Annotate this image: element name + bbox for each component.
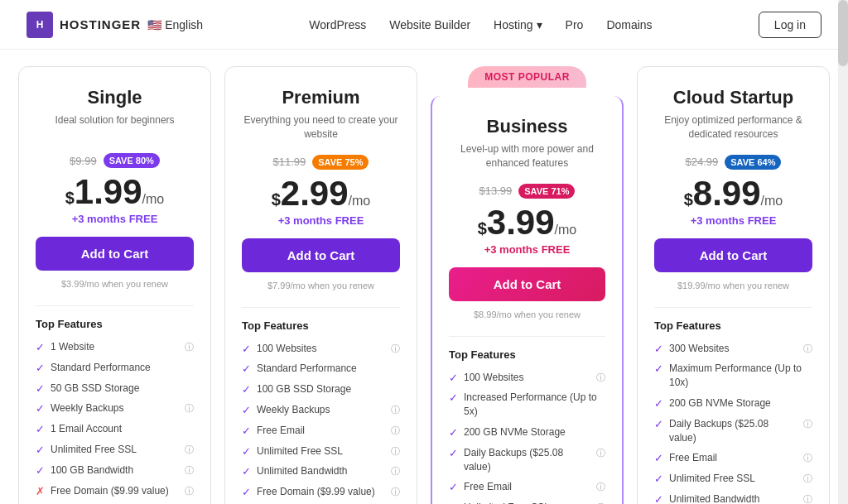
save-badge: SAVE 71% [518, 184, 575, 199]
original-price: $13.99 [479, 185, 513, 197]
feature-text: 1 Email Account [51, 422, 194, 436]
scrollbar-thumb[interactable] [838, 0, 848, 66]
add-to-cart-button-cloud-startup[interactable]: Add to Cart [654, 238, 812, 272]
info-icon[interactable]: ⓘ [185, 444, 194, 456]
info-icon[interactable]: ⓘ [185, 402, 194, 415]
info-icon[interactable]: ⓘ [391, 343, 400, 355]
info-icon[interactable]: ⓘ [596, 481, 605, 493]
feature-item: ✓ Free Email ⓘ [242, 424, 400, 438]
info-icon[interactable]: ⓘ [803, 493, 812, 504]
feature-text: Weekly Backups [51, 401, 179, 415]
feature-item: ✓ Unlimited Free SSL ⓘ [242, 444, 400, 458]
feature-check-icon: ✓ [654, 418, 663, 430]
info-icon[interactable]: ⓘ [391, 486, 400, 498]
add-to-cart-button-business[interactable]: Add to Cart [449, 267, 605, 301]
nav-wordpress[interactable]: WordPress [309, 18, 366, 31]
feature-item: ✓ Weekly Backups ⓘ [242, 403, 400, 417]
plan-card-wrapper-cloud-startup: Cloud Startup Enjoy optimized performanc… [637, 66, 830, 504]
feature-text: 1 Website [51, 340, 179, 354]
feature-item: ✓ Free Domain ($9.99 value) ⓘ [242, 485, 400, 499]
feature-check-icon: ✓ [36, 341, 45, 353]
price-mo: /mo [761, 194, 783, 209]
language-selector[interactable]: 🇺🇸 English [147, 18, 203, 31]
feature-item: ✓ Unlimited Bandwidth ⓘ [654, 492, 812, 504]
feature-text: Unlimited Free SSL [257, 444, 385, 458]
feature-check-icon: ✓ [654, 362, 663, 375]
price-header: $11.99 SAVE 75% [242, 155, 400, 170]
save-badge: SAVE 80% [104, 153, 160, 168]
feature-check-icon: ✓ [654, 473, 663, 485]
feature-text: 50 GB SSD Storage [51, 382, 194, 396]
feature-text: Free Email [464, 480, 590, 494]
feature-item: ✓ Unlimited Free SSL ⓘ [449, 501, 605, 504]
feature-text: Unlimited Bandwidth [257, 464, 385, 478]
feature-text: 200 GB NVMe Storage [669, 396, 812, 410]
nav-website-builder[interactable]: Website Builder [389, 18, 470, 31]
info-icon[interactable]: ⓘ [803, 418, 812, 430]
info-icon[interactable]: ⓘ [803, 452, 812, 464]
nav-pro[interactable]: Pro [566, 18, 584, 31]
price-row: $ 3.99 /mo [449, 205, 605, 240]
feature-item: ✓ Free Email ⓘ [449, 480, 605, 494]
top-features-title: Top Features [449, 348, 605, 361]
original-price: $24.99 [686, 156, 719, 168]
feature-check-icon: ✓ [242, 465, 251, 478]
plans-grid: Single Ideal solution for beginners $9.9… [18, 66, 830, 504]
info-icon[interactable]: ⓘ [391, 465, 400, 478]
info-icon[interactable]: ⓘ [185, 485, 194, 497]
feature-text: Maximum Performance (Up to 10x) [669, 362, 812, 390]
save-badge: SAVE 75% [312, 155, 369, 170]
feature-list: ✓ 1 Website ⓘ ✓ Standard Performance ✓ 5… [36, 340, 194, 497]
price-row: $ 2.99 /mo [242, 176, 400, 211]
info-icon[interactable]: ⓘ [803, 473, 812, 485]
logo-icon: H [26, 12, 53, 38]
nav-domains[interactable]: Domains [606, 18, 652, 31]
original-price: $11.99 [273, 156, 306, 168]
feature-text: Standard Performance [51, 361, 194, 375]
price-dollar: $ [684, 190, 693, 209]
nav-links: WordPress Website Builder Hosting ▾ Pro … [309, 18, 652, 31]
info-icon[interactable]: ⓘ [391, 404, 400, 416]
feature-check-icon: ✓ [654, 397, 663, 410]
renew-price: $8.99/mo when you renew [449, 310, 605, 319]
plan-card-cloud-startup: Cloud Startup Enjoy optimized performanc… [637, 66, 830, 504]
feature-text: Unlimited Free SSL [669, 472, 797, 486]
feature-text: 100 Websites [464, 371, 590, 385]
info-icon[interactable]: ⓘ [803, 343, 812, 355]
feature-item: ✓ Daily Backups ($25.08 value) ⓘ [449, 446, 605, 474]
feature-check-icon: ✓ [242, 445, 251, 458]
feature-text: 100 GB SSD Storage [257, 382, 400, 396]
plan-desc: Enjoy optimized performance & dedicated … [654, 113, 812, 142]
price-row: $ 1.99 /mo [36, 175, 194, 209]
feature-check-icon: ✗ [36, 485, 45, 497]
add-to-cart-button-premium[interactable]: Add to Cart [242, 238, 400, 272]
login-button[interactable]: Log in [759, 12, 822, 38]
plan-desc: Level-up with more power and enhanced fe… [449, 142, 605, 170]
scrollbar[interactable] [838, 0, 848, 504]
feature-item: ✓ Weekly Backups ⓘ [36, 401, 194, 415]
renew-price: $7.99/mo when you renew [242, 281, 400, 290]
info-icon[interactable]: ⓘ [185, 341, 194, 353]
feature-text: 300 Websites [669, 342, 797, 356]
feature-text: Unlimited Free SSL [51, 443, 179, 457]
feature-check-icon: ✓ [242, 362, 251, 375]
feature-item: ✓ 1 Website ⓘ [36, 340, 194, 354]
price-row: $ 8.99 /mo [654, 176, 812, 211]
price-mo: /mo [555, 223, 577, 238]
price-amount: 3.99 [487, 205, 555, 240]
feature-check-icon: ✓ [242, 404, 251, 416]
info-icon[interactable]: ⓘ [596, 447, 605, 459]
nav-hosting[interactable]: Hosting ▾ [494, 18, 542, 31]
original-price: $9.99 [70, 155, 97, 167]
add-to-cart-button-single[interactable]: Add to Cart [36, 237, 194, 271]
feature-item: ✓ Standard Performance [242, 362, 400, 376]
feature-text: 200 GB NVMe Storage [464, 425, 605, 439]
language-label: English [165, 18, 203, 31]
feature-list: ✓ 100 Websites ⓘ ✓ Standard Performance … [242, 342, 400, 499]
feature-item: ✓ 200 GB NVMe Storage [449, 425, 605, 439]
info-icon[interactable]: ⓘ [391, 425, 400, 437]
info-icon[interactable]: ⓘ [391, 445, 400, 458]
info-icon[interactable]: ⓘ [596, 372, 605, 384]
feature-check-icon: ✓ [36, 423, 45, 435]
info-icon[interactable]: ⓘ [185, 464, 194, 477]
